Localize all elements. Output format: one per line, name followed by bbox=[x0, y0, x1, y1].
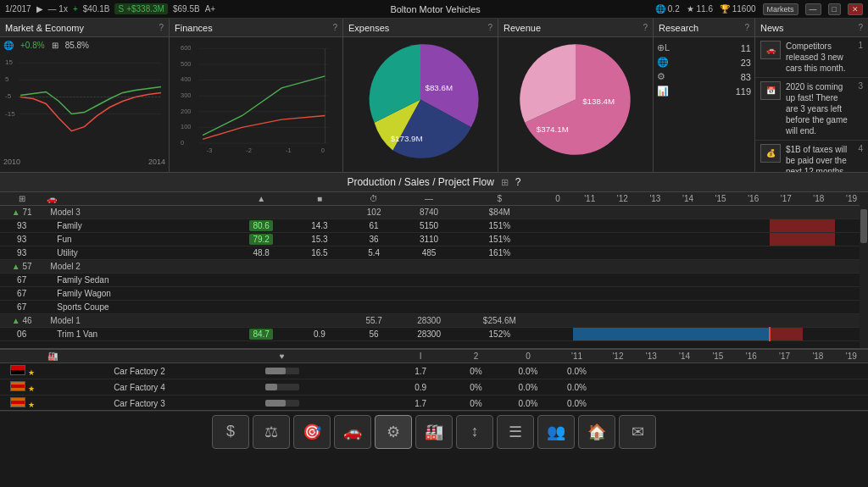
news-item-3: 💰 $1B of taxes will be paid over the nex… bbox=[755, 141, 868, 172]
markets-button[interactable]: Markets bbox=[763, 3, 798, 15]
col-trophy: ▲ bbox=[230, 192, 292, 206]
col4-cell: 14.3 bbox=[292, 219, 347, 233]
production-help[interactable]: ? bbox=[515, 176, 521, 188]
fcol-18: '18 bbox=[801, 350, 834, 363]
rank-cell: ▲ 71 bbox=[0, 206, 43, 219]
table-row[interactable]: 67 Sports Coupe bbox=[0, 301, 868, 314]
factory-timeline-1 bbox=[601, 363, 868, 379]
factory-table: 🏭 ♥ I 2 0 '11 '12 '13 '14 '15 '16 '17 '1… bbox=[0, 350, 868, 412]
date-display: 1/2017 bbox=[5, 4, 31, 14]
t12 bbox=[606, 328, 639, 341]
col-name: 🚗 bbox=[43, 192, 230, 206]
layout-icon[interactable]: ⊞ bbox=[501, 177, 509, 188]
table-row[interactable]: 93 Utility 48.8 16.5 5.4 485 161% bbox=[0, 246, 868, 260]
revenue-content: $138.4M $374.1M bbox=[498, 37, 653, 172]
factory-row-1[interactable]: ★ Car Factory 2 1.7 0% 0.0% 0.0% bbox=[0, 363, 868, 379]
market-title: Market & Economy bbox=[5, 23, 84, 33]
market-globe-pct: +0.8% bbox=[20, 41, 45, 50]
stock-display: $69.5B bbox=[173, 4, 200, 14]
col7-cell: $254.6M bbox=[457, 314, 542, 328]
table-row[interactable]: 93 Fun 79.2 15.3 36 3110 151% bbox=[0, 233, 868, 246]
table-row[interactable]: 06 Trim 1 Van 84.7 0.9 56 28300 152% bbox=[0, 328, 868, 341]
close-button[interactable]: ✕ bbox=[848, 3, 863, 15]
factory-val1-2: 0.9 bbox=[392, 379, 448, 396]
people-nav-button[interactable]: 👥 bbox=[537, 415, 575, 449]
target-nav-button[interactable]: 🎯 bbox=[293, 415, 331, 449]
download-nav-button[interactable]: ↕ bbox=[456, 415, 493, 449]
year-labels: 2010 2014 bbox=[3, 158, 165, 166]
fcol-name: 🏭 bbox=[44, 350, 234, 363]
home-nav-button[interactable]: 🏠 bbox=[578, 415, 615, 449]
revenue-pie: $138.4M $374.1M bbox=[502, 41, 649, 159]
fcol-11: '11 bbox=[553, 350, 602, 363]
news-content: 🚗 Competitors released 3 new cars this m… bbox=[755, 37, 868, 172]
table-row[interactable]: 67 Family Sedan bbox=[0, 274, 868, 287]
table-row[interactable]: 93 Family 80.6 14.3 61 5150 151% bbox=[0, 219, 868, 233]
grid-icon: ⊞ bbox=[52, 41, 58, 50]
fcol-2: 2 bbox=[448, 350, 504, 363]
minimize-button[interactable]: — bbox=[805, 3, 821, 15]
t13 bbox=[639, 328, 672, 341]
factory-val4-3: 0.0% bbox=[553, 396, 602, 412]
panels-row: Market & Economy ? 🌐 +0.8% ⊞ 85.8% 15 5 … bbox=[0, 19, 868, 173]
t14 bbox=[671, 219, 704, 233]
t11 bbox=[573, 219, 606, 233]
year-2010: 2010 bbox=[3, 158, 20, 166]
table-row[interactable]: ▲ 71 Model 3 102 8740 $84M bbox=[0, 206, 868, 219]
svg-text:-5: -5 bbox=[5, 92, 12, 100]
col-rank: ⊞ bbox=[0, 192, 43, 206]
car-nav-button[interactable]: 🚗 bbox=[334, 415, 371, 449]
table-row[interactable]: ▲ 46 Model 1 55.7 28300 $254.6M bbox=[0, 314, 868, 328]
research-val-2: 23 bbox=[741, 58, 751, 68]
maximize-button[interactable]: □ bbox=[828, 3, 841, 15]
factory-val1-1: 1.7 bbox=[392, 363, 448, 379]
name-cell: Utility bbox=[43, 246, 230, 260]
star-val: ★ 11.6 bbox=[687, 4, 713, 14]
news-help[interactable]: ? bbox=[858, 23, 863, 32]
t15 bbox=[704, 233, 737, 246]
news-text-1: Competitors released 3 new cars this mon… bbox=[786, 41, 848, 74]
research-val-1: 11 bbox=[741, 43, 751, 53]
t15 bbox=[704, 219, 737, 233]
scroll-track[interactable] bbox=[860, 192, 868, 348]
market-help[interactable]: ? bbox=[159, 23, 164, 32]
menu-nav-button[interactable]: ☰ bbox=[497, 415, 534, 449]
news-title: News bbox=[760, 23, 784, 33]
rank-cell: ▲ 46 bbox=[0, 314, 43, 328]
revenue-title: Revenue bbox=[504, 23, 541, 33]
finances-nav-button[interactable]: $ bbox=[212, 415, 249, 449]
col4-cell: 15.3 bbox=[292, 233, 347, 246]
play-button[interactable]: ▶ bbox=[36, 4, 43, 14]
table-row[interactable]: 67 Family Wagon bbox=[0, 287, 868, 301]
col5-cell: 56 bbox=[347, 328, 401, 341]
expenses-help[interactable]: ? bbox=[487, 23, 492, 32]
plus-button[interactable]: + bbox=[73, 4, 78, 14]
news-text-3: $1B of taxes will be paid over the next … bbox=[786, 144, 848, 172]
news-num-1: 1 bbox=[853, 41, 863, 50]
col6-cell: 28300 bbox=[401, 314, 457, 328]
balance-nav-button[interactable]: ⚖ bbox=[253, 415, 290, 449]
production-nav-button[interactable]: ⚙ bbox=[375, 415, 412, 449]
research-help[interactable]: ? bbox=[744, 23, 749, 32]
research-content: ⊕L 11 🌐 23 ⚙ 83 📊 119 bbox=[654, 37, 754, 172]
factory-bar-3 bbox=[235, 396, 330, 412]
col-15: '15 bbox=[704, 192, 737, 206]
svg-text:0: 0 bbox=[321, 147, 325, 154]
research-title: Research bbox=[659, 23, 698, 33]
factory-row-2[interactable]: ★ Car Factory 4 0.9 0% 0.0% 0.0% bbox=[0, 379, 868, 396]
revenue-help[interactable]: ? bbox=[643, 23, 648, 32]
news-item-2: 📅 2020 is coming up fast! There are 3 ye… bbox=[755, 78, 868, 141]
production-table-wrapper: ⊞ 🚗 ▲ ■ ⏱ — $ 0 '11 '12 '13 '14 '15 '16 … bbox=[0, 192, 868, 348]
factory-row-3[interactable]: ★ Car Factory 3 1.7 0% 0.0% 0.0% bbox=[0, 396, 868, 412]
rank-cell: 93 bbox=[0, 233, 43, 246]
svg-text:400: 400 bbox=[181, 75, 191, 83]
svg-text:$138.4M: $138.4M bbox=[582, 97, 615, 106]
mail-nav-button[interactable]: ✉ bbox=[619, 415, 656, 449]
factory-nav-button[interactable]: 🏭 bbox=[415, 415, 453, 449]
finances-help[interactable]: ? bbox=[332, 23, 337, 32]
research-row-4: 📊 119 bbox=[654, 84, 754, 98]
col6-cell: 3110 bbox=[401, 233, 457, 246]
research-val-3: 83 bbox=[741, 72, 751, 82]
fcol-0: 0 bbox=[504, 350, 553, 363]
table-row[interactable]: ▲ 57 Model 2 bbox=[0, 260, 868, 274]
